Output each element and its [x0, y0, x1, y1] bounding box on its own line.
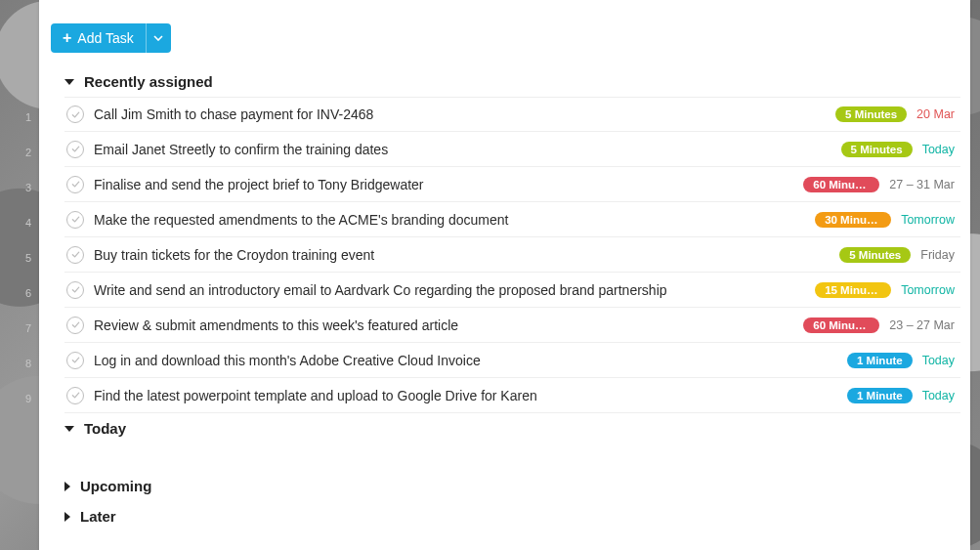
add-task-dropdown-button[interactable] [146, 23, 171, 53]
task-row[interactable]: Review & submit amendments to this week'… [64, 308, 960, 343]
duration-badge[interactable]: 15 Minutes [815, 282, 891, 298]
duration-badge[interactable]: 1 Minute [847, 388, 913, 403]
section-title: Today [84, 420, 126, 437]
due-date[interactable]: Today [922, 389, 955, 402]
section-title: Later [80, 508, 116, 525]
line-number: 4 [14, 205, 31, 240]
task-row[interactable]: Finalise and send the project brief to T… [64, 167, 960, 202]
line-number-gutter: 123456789 [14, 100, 31, 416]
add-task-label: Add Task [77, 30, 133, 46]
due-date[interactable]: 27 – 31 Mar [889, 178, 955, 191]
section-header-recently-assigned[interactable]: Recently assigned [63, 66, 960, 97]
complete-check-icon[interactable] [66, 106, 84, 123]
due-date[interactable]: Today [922, 143, 955, 156]
complete-check-icon[interactable] [66, 176, 84, 193]
task-title[interactable]: Email Janet Streetly to confirm the trai… [94, 142, 831, 157]
task-row[interactable]: Write and send an introductory email to … [64, 273, 960, 308]
triangle-right-icon [64, 482, 70, 491]
duration-badge[interactable]: 5 Minutes [839, 247, 911, 263]
task-row[interactable]: Email Janet Streetly to confirm the trai… [64, 132, 960, 167]
due-date[interactable]: 20 Mar [916, 107, 955, 121]
line-number: 2 [14, 135, 31, 170]
task-title[interactable]: Review & submit amendments to this week'… [94, 317, 793, 333]
triangle-right-icon [64, 512, 70, 522]
line-number: 1 [14, 100, 31, 135]
complete-check-icon[interactable] [66, 141, 84, 158]
task-row[interactable]: Make the requested amendments to the ACM… [64, 202, 960, 237]
complete-check-icon[interactable] [66, 387, 84, 404]
duration-badge[interactable]: 5 Minutes [835, 106, 907, 122]
section-header-later[interactable]: Later [63, 501, 960, 531]
task-title[interactable]: Find the latest powerpoint template and … [94, 388, 837, 403]
duration-badge[interactable]: 30 Minutes [815, 212, 891, 228]
duration-badge[interactable]: 60 Minute... [803, 177, 879, 192]
due-date[interactable]: Tomorrow [901, 213, 955, 227]
task-title[interactable]: Make the requested amendments to the ACM… [94, 212, 805, 228]
duration-badge[interactable]: 1 Minute [847, 353, 913, 368]
chevron-down-icon [153, 35, 163, 41]
task-row[interactable]: Buy train tickets for the Croydon traini… [64, 237, 960, 273]
complete-check-icon[interactable] [66, 246, 84, 264]
task-title[interactable]: Buy train tickets for the Croydon traini… [94, 247, 830, 263]
task-row[interactable]: Find the latest powerpoint template and … [64, 378, 960, 413]
add-task-button[interactable]: + Add Task [51, 23, 146, 53]
empty-section-body [63, 444, 960, 471]
section-title: Recently assigned [84, 73, 213, 90]
line-number: 5 [14, 240, 31, 275]
due-date[interactable]: Friday [920, 248, 955, 262]
line-number: 6 [14, 275, 31, 311]
due-date[interactable]: Today [922, 354, 955, 367]
duration-badge[interactable]: 5 Minutes [841, 142, 913, 157]
section-header-today[interactable]: Today [63, 413, 960, 444]
triangle-down-icon [64, 426, 74, 432]
section-title: Upcoming [80, 478, 151, 494]
task-row[interactable]: Log in and download this month's Adobe C… [64, 343, 960, 378]
task-title[interactable]: Call Jim Smith to chase payment for INV-… [94, 106, 826, 122]
due-date[interactable]: Tomorrow [901, 283, 955, 297]
line-number: 9 [14, 381, 31, 416]
line-number: 7 [14, 311, 31, 346]
task-title[interactable]: Write and send an introductory email to … [94, 282, 805, 298]
task-list-recently-assigned: Call Jim Smith to chase payment for INV-… [64, 97, 960, 413]
complete-check-icon[interactable] [66, 317, 84, 334]
line-number: 3 [14, 170, 31, 205]
task-row[interactable]: Call Jim Smith to chase payment for INV-… [64, 97, 960, 132]
complete-check-icon[interactable] [66, 211, 84, 229]
complete-check-icon[interactable] [66, 352, 84, 369]
due-date[interactable]: 23 – 27 Mar [889, 318, 955, 332]
triangle-down-icon [64, 79, 74, 85]
task-title[interactable]: Finalise and send the project brief to T… [94, 177, 793, 192]
main-panel: + Add Task Recently assigned Call Jim Sm… [39, 0, 970, 550]
duration-badge[interactable]: 60 Minute... [803, 317, 879, 333]
complete-check-icon[interactable] [66, 281, 84, 299]
plus-icon: + [63, 30, 71, 46]
line-number: 8 [14, 346, 31, 381]
task-title[interactable]: Log in and download this month's Adobe C… [94, 353, 837, 368]
section-header-upcoming[interactable]: Upcoming [63, 471, 960, 501]
